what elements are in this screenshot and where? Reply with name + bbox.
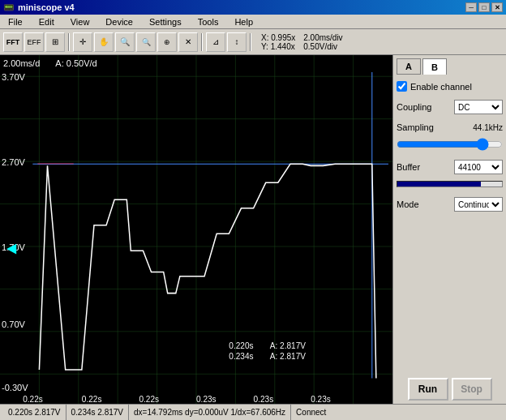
status-pos2: 0.234s 2.817V xyxy=(71,408,124,417)
coupling-label: Coupling xyxy=(397,102,431,112)
minimize-button[interactable]: ─ xyxy=(465,2,477,12)
svg-text:0.23s: 0.23s xyxy=(254,395,274,404)
buffer-fill xyxy=(397,182,481,186)
coupling-select[interactable]: DC AC GND xyxy=(454,100,503,114)
menu-bar: File Edit View Device Settings Tools Hel… xyxy=(0,15,506,29)
svg-text:0.22s: 0.22s xyxy=(82,395,102,404)
svg-text:0.22s: 0.22s xyxy=(139,395,159,404)
svg-text:0.23s: 0.23s xyxy=(311,395,331,404)
sep3 xyxy=(250,33,251,51)
svg-text:0.234s: 0.234s xyxy=(229,352,253,361)
svg-text:3.70V: 3.70V xyxy=(2,72,25,82)
svg-text:0.22s: 0.22s xyxy=(23,395,43,404)
menu-settings[interactable]: Settings xyxy=(144,16,187,28)
svg-text:0.23s: 0.23s xyxy=(196,395,217,404)
zoom-fit-button[interactable]: ⊕ xyxy=(157,32,177,52)
run-stop-row: Run Stop xyxy=(397,371,503,401)
cursor-button[interactable]: ✛ xyxy=(73,32,92,52)
status-pos1: 0.220s 2.817V xyxy=(8,408,61,417)
sep1 xyxy=(68,33,70,51)
close-button[interactable]: ✕ xyxy=(491,2,503,12)
status-seg3: dx=14.792ms dy=0.000uV 1/dx=67.606Hz xyxy=(129,405,291,420)
svg-text:A: 2.817V: A: 2.817V xyxy=(270,341,306,350)
toolbar-scale: 2.00ms/div 0.50V/div xyxy=(303,33,342,51)
cancel-button[interactable]: ✕ xyxy=(178,32,198,52)
channel-tab-b[interactable]: B xyxy=(422,58,447,75)
status-connect: Connect xyxy=(296,408,326,417)
enable-channel-row: Enable channel xyxy=(397,81,503,92)
menu-edit[interactable]: Edit xyxy=(34,16,59,28)
scope-info: 2.00ms/d A: 0.50V/d xyxy=(3,58,97,68)
hand-button[interactable]: ✋ xyxy=(94,32,114,52)
channel-tab-a[interactable]: A xyxy=(397,58,421,75)
toolbar-x: X: 0.995x xyxy=(261,33,295,42)
title-bar-left: 📟 miniscope v4 xyxy=(3,2,75,13)
menu-view[interactable]: View xyxy=(66,16,95,28)
toolbar: FFT EFF ⊞ ✛ ✋ 🔍 🔍 ⊕ ✕ ⊿ ↕ X: 0.995x Y: 1… xyxy=(0,29,506,55)
menu-file[interactable]: File xyxy=(3,16,28,28)
menu-tools[interactable]: Tools xyxy=(193,16,224,28)
grid-button[interactable]: ⊞ xyxy=(45,32,65,52)
buffer-select[interactable]: 44100 22050 11025 xyxy=(454,160,503,174)
time-scale: 2.00ms/d xyxy=(3,58,40,68)
svg-text:0.70V: 0.70V xyxy=(2,319,25,328)
main-area: 2.00ms/d A: 0.50V/d 3.70V xyxy=(0,55,506,404)
status-seg1: 0.220s 2.817V xyxy=(3,405,66,420)
volt-scale: A: 0.50V/d xyxy=(55,58,96,68)
toolbar-time-div: 2.00ms/div xyxy=(303,33,342,42)
zoom-out-button[interactable]: 🔍 xyxy=(136,32,156,52)
enable-channel-checkbox[interactable] xyxy=(397,81,407,92)
title-bar-controls: ─ □ ✕ xyxy=(465,2,503,12)
buffer-bar xyxy=(397,181,503,187)
eff-button[interactable]: EFF xyxy=(24,32,44,52)
svg-text:2.70V: 2.70V xyxy=(2,157,25,167)
channel-tabs: A B xyxy=(397,58,503,75)
svg-text:0.220s: 0.220s xyxy=(229,341,253,350)
zoom-in-button[interactable]: 🔍 xyxy=(115,32,135,52)
svg-text:A: 2.817V: A: 2.817V xyxy=(270,352,306,361)
scope-canvas: 3.70V 2.70V 1.70V 0.70V -0.30V 0.22s 0.2… xyxy=(0,55,392,404)
menu-device[interactable]: Device xyxy=(101,16,138,28)
mode-row: Mode Continuous Single Auto xyxy=(397,197,503,212)
toolbar-y: Y: 1.440x xyxy=(261,42,295,51)
measure-button[interactable]: ⊿ xyxy=(206,32,225,52)
app-title: miniscope v4 xyxy=(18,2,75,12)
mode-select[interactable]: Continuous Single Auto xyxy=(454,197,503,212)
status-dx-dy: dx=14.792ms dy=0.000uV 1/dx=67.606Hz xyxy=(134,408,285,417)
status-seg2: 0.234s 2.817V xyxy=(66,405,130,420)
maximize-button[interactable]: □ xyxy=(478,2,490,12)
scope-display[interactable]: 2.00ms/d A: 0.50V/d 3.70V xyxy=(0,55,392,404)
stop-button[interactable]: Stop xyxy=(452,378,492,401)
svg-text:-0.30V: -0.30V xyxy=(2,383,28,392)
fft-button[interactable]: FFT xyxy=(3,32,23,52)
right-panel: A B Enable channel Coupling DC AC GND Sa… xyxy=(392,55,506,404)
status-bar: 0.220s 2.817V 0.234s 2.817V dx=14.792ms … xyxy=(0,404,506,420)
app-icon: 📟 xyxy=(3,2,15,13)
sampling-value: 44.1kHz xyxy=(473,123,503,132)
toolbar-info: X: 0.995x Y: 1.440x xyxy=(261,33,295,51)
coupling-row: Coupling DC AC GND xyxy=(397,100,503,114)
sampling-label: Sampling xyxy=(397,122,434,132)
menu-help[interactable]: Help xyxy=(229,16,258,28)
status-seg4[interactable]: Connect xyxy=(291,405,503,420)
sep2 xyxy=(201,33,203,51)
run-button[interactable]: Run xyxy=(408,378,448,401)
enable-channel-label: Enable channel xyxy=(410,82,472,92)
scale-button[interactable]: ↕ xyxy=(227,32,247,52)
sampling-slider[interactable] xyxy=(397,139,503,150)
sampling-row: Sampling 44.1kHz xyxy=(397,122,503,132)
buffer-label: Buffer xyxy=(397,162,420,172)
title-bar: 📟 miniscope v4 ─ □ ✕ xyxy=(0,0,506,15)
mode-label: Mode xyxy=(397,199,419,209)
buffer-row: Buffer 44100 22050 11025 xyxy=(397,160,503,174)
toolbar-volt-div: 0.50V/div xyxy=(303,42,342,51)
